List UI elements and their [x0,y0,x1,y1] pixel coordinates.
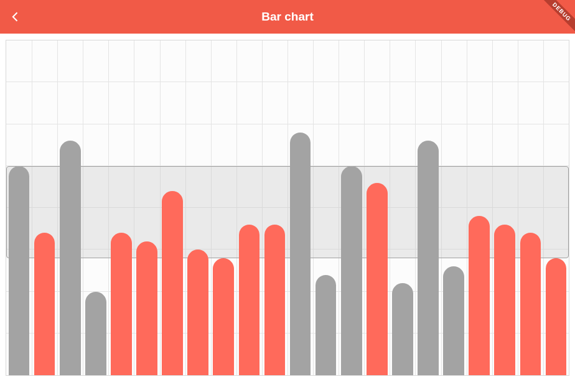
bar[interactable] [111,233,132,375]
bar[interactable] [469,216,490,375]
debug-banner: DEBUG [535,0,575,40]
bar[interactable] [162,191,183,375]
bar[interactable] [34,233,55,375]
bar[interactable] [187,250,208,375]
bar[interactable] [443,266,464,375]
debug-label: DEBUG [538,0,575,36]
bar[interactable] [494,225,515,375]
bar[interactable] [341,166,362,375]
bar[interactable] [239,225,260,375]
bar[interactable] [546,258,567,375]
chevron-left-icon [9,11,22,23]
bar[interactable] [9,166,30,375]
app-bar: Bar chart DEBUG [0,0,575,34]
back-button[interactable] [6,7,25,26]
chart-bars [6,40,569,375]
bar[interactable] [520,233,541,375]
bar[interactable] [60,141,81,375]
bar[interactable] [290,133,311,375]
bar[interactable] [367,183,388,375]
bar-chart[interactable] [6,40,569,376]
page-title: Bar chart [261,10,313,24]
bar[interactable] [264,225,286,375]
bar[interactable] [316,275,337,375]
bar[interactable] [85,292,106,376]
bar[interactable] [418,141,439,375]
bar[interactable] [392,283,413,375]
bar[interactable] [136,241,157,375]
bar[interactable] [213,258,234,375]
